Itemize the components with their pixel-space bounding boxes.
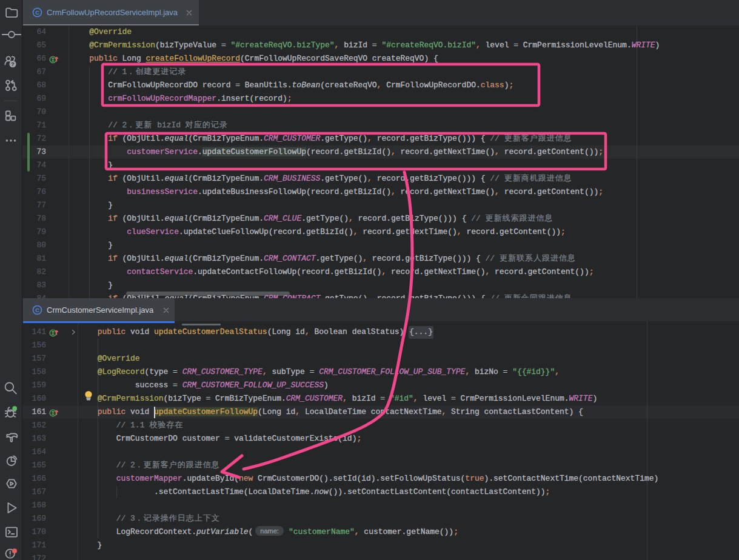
svg-text:C: C bbox=[35, 9, 39, 16]
svg-text:?: ? bbox=[11, 61, 15, 67]
svg-text:C: C bbox=[35, 307, 39, 313]
